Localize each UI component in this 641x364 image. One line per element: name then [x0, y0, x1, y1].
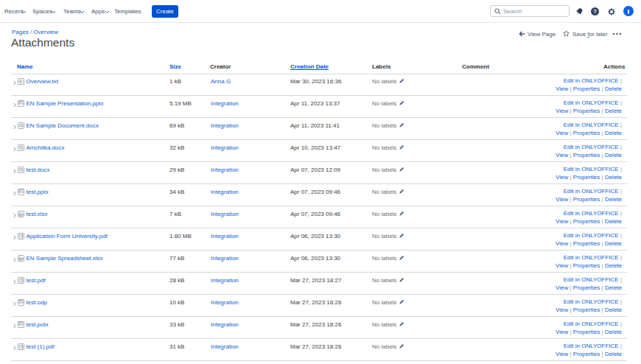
svg-text:?: ? — [593, 8, 597, 15]
